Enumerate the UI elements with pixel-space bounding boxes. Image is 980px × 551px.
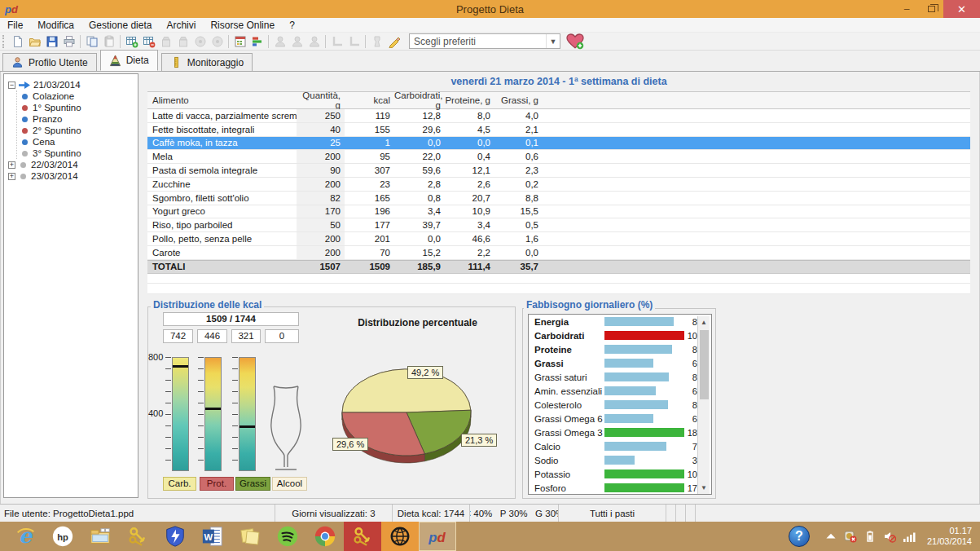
- menu-item-risorse-online[interactable]: Risorse Online: [203, 20, 282, 31]
- table-row[interactable]: Mela2009522,00,40,6: [147, 150, 970, 164]
- basket-1-icon: [157, 33, 174, 49]
- collapse-icon[interactable]: −: [8, 82, 15, 89]
- taskbar-hp-icon[interactable]: hp: [44, 522, 81, 551]
- taskbar-keys-app-icon[interactable]: [119, 522, 156, 551]
- food-value-cell: 0,6: [494, 152, 543, 161]
- taskbar-sticky-notes-icon[interactable]: [231, 522, 269, 551]
- diet-chart-icon[interactable]: [248, 33, 266, 49]
- table-row[interactable]: Yogurt greco1701963,410,915,5: [147, 205, 970, 219]
- column-header-alimento[interactable]: Alimento: [147, 95, 297, 105]
- favorites-combobox[interactable]: Scegli preferiti ▼: [409, 33, 560, 49]
- print-icon[interactable]: [60, 33, 77, 49]
- food-value-cell: 0,0: [445, 138, 494, 148]
- tab-dieta[interactable]: Dieta: [100, 50, 158, 71]
- table-row[interactable]: Zucchine200232,82,60,2: [147, 178, 970, 192]
- table-row[interactable]: Riso, tipo parboiled5017739,73,40,5: [147, 218, 970, 232]
- user-tab-icon: [11, 56, 24, 68]
- food-name-cell: TOTALI: [147, 262, 297, 271]
- close-button[interactable]: ✕: [943, 0, 980, 18]
- taskbar-shield-app-icon[interactable]: [156, 522, 194, 551]
- fabbisogno-row-colesterolo: Colesterolo80: [529, 398, 711, 412]
- column-header-carboidrati[interactable]: Carboidrati, g: [394, 90, 445, 110]
- copy-icon[interactable]: [83, 33, 100, 49]
- taskbar-chrome-icon[interactable]: [306, 522, 344, 551]
- menu-item-archivi[interactable]: Archivi: [159, 20, 203, 31]
- taskbar-keys-app-active-icon[interactable]: [344, 522, 381, 551]
- taskbar-progetto-dieta-taskbar-icon[interactable]: pd: [419, 522, 456, 551]
- scale-800-label: 800: [148, 352, 163, 362]
- food-value-cell: 2,8: [394, 179, 445, 189]
- scroll-down-icon[interactable]: ▼: [698, 482, 710, 494]
- table-row[interactable]: Latte di vacca, parzialmente scremato uh…: [147, 109, 970, 123]
- remove-food-icon[interactable]: [140, 33, 157, 49]
- food-value-cell: 119: [345, 111, 394, 121]
- expand-icon[interactable]: +: [8, 161, 15, 169]
- tree-meal-cena[interactable]: Cena: [20, 136, 136, 148]
- help-button[interactable]: ?: [789, 526, 810, 547]
- menu-item-file[interactable]: File: [0, 20, 30, 31]
- totals-row[interactable]: TOTALI15071509185,9111,435,7: [147, 260, 970, 274]
- tree-day-label: 22/03/2014: [31, 160, 78, 170]
- scroll-up-icon[interactable]: ▲: [698, 316, 710, 328]
- menu-item-gestione-dieta[interactable]: Gestione dieta: [81, 20, 159, 31]
- scale-400-label: 400: [148, 408, 163, 418]
- new-document-icon[interactable]: [9, 33, 26, 49]
- restore-button[interactable]: [919, 0, 943, 18]
- add-favorite-button[interactable]: [565, 33, 585, 49]
- volume-muted-icon[interactable]: [882, 529, 897, 544]
- column-header-grassi[interactable]: Grassi, g: [494, 95, 543, 105]
- save-icon[interactable]: [43, 33, 60, 49]
- scroll-thumb[interactable]: [700, 330, 709, 399]
- current-day-arrow-icon: [19, 82, 30, 89]
- tree-meal-2-spuntino[interactable]: 2° Spuntino: [20, 125, 136, 136]
- column-header-quantita[interactable]: Quantità, g: [297, 90, 345, 110]
- open-file-icon[interactable]: [26, 33, 43, 49]
- network-signal-icon[interactable]: [902, 529, 916, 544]
- tab-profilo-utente[interactable]: Profilo Utente: [2, 53, 97, 71]
- fabbisogno-scrollbar[interactable]: ▲ ▼: [697, 316, 710, 494]
- column-header-proteine[interactable]: Proteine, g: [445, 95, 494, 105]
- tree-meal-colazione[interactable]: Colazione: [20, 90, 136, 102]
- tab-monitoraggio[interactable]: Monitoraggio: [161, 53, 253, 71]
- add-food-icon[interactable]: [123, 33, 140, 49]
- edit-notes-icon[interactable]: [385, 33, 402, 49]
- diet-calendar-icon[interactable]: [231, 33, 248, 49]
- tree-meal-3-spuntino[interactable]: 3° Spuntino: [20, 148, 136, 159]
- table-row[interactable]: Carote2007015,22,20,0: [147, 246, 970, 260]
- column-header-kcal[interactable]: kcal: [345, 95, 394, 105]
- chevron-down-icon[interactable]: ▼: [546, 34, 560, 48]
- minimize-button[interactable]: –: [894, 0, 919, 18]
- empty-table-row: [147, 284, 970, 294]
- hidden-icons-arrow[interactable]: [824, 529, 838, 544]
- nutrient-label: Calcio: [534, 442, 604, 452]
- food-value-cell: 1507: [297, 261, 345, 273]
- clock[interactable]: 01.17 21/03/2014: [927, 526, 972, 547]
- level-marker: [240, 425, 255, 428]
- tree-day-22-03-2014[interactable]: +22/03/2014: [6, 159, 136, 170]
- tree-meal-1-spuntino[interactable]: 1° Spuntino: [20, 102, 136, 113]
- tree-meal-pranzo[interactable]: Pranzo: [20, 113, 136, 125]
- menu-item-modifica[interactable]: Modifica: [30, 20, 81, 31]
- maintenance-alert-icon[interactable]: [843, 529, 858, 544]
- taskbar-globe-browser-active-icon[interactable]: [381, 522, 419, 551]
- taskbar-file-explorer-icon[interactable]: [81, 522, 119, 551]
- table-row[interactable]: Fette biscottate, integrali4015529,64,52…: [147, 123, 970, 137]
- taskbar-internet-explorer-icon[interactable]: e: [7, 522, 44, 551]
- tree-day-21-03-2014[interactable]: −21/03/2014: [6, 79, 136, 90]
- table-row[interactable]: Pasta di semola integrale9030759,612,12,…: [147, 164, 970, 178]
- food-value-cell: 0,0: [494, 248, 543, 258]
- table-row[interactable]: Caffè moka, in tazza2510,00,00,1: [147, 137, 970, 151]
- tree-day-23-03-2014[interactable]: +23/03/2014: [6, 170, 136, 182]
- taskbar-word-icon[interactable]: W: [194, 522, 231, 551]
- disc-2-icon: [209, 33, 226, 49]
- toolbar-grip: [2, 35, 7, 48]
- expand-icon[interactable]: +: [8, 173, 15, 180]
- table-row[interactable]: Pollo, petto, senza pelle2002010,046,61,…: [147, 232, 970, 246]
- battery-icon[interactable]: [863, 529, 877, 544]
- toolbar-separator: [365, 35, 366, 48]
- taskbar-spotify-icon[interactable]: [269, 522, 306, 551]
- menu-item--[interactable]: ?: [282, 20, 302, 31]
- status-segment-7: [676, 505, 686, 522]
- table-row[interactable]: Sgombro, filetti sott'olio821650,820,78,…: [147, 192, 970, 205]
- day-bullet-icon: [20, 174, 26, 179]
